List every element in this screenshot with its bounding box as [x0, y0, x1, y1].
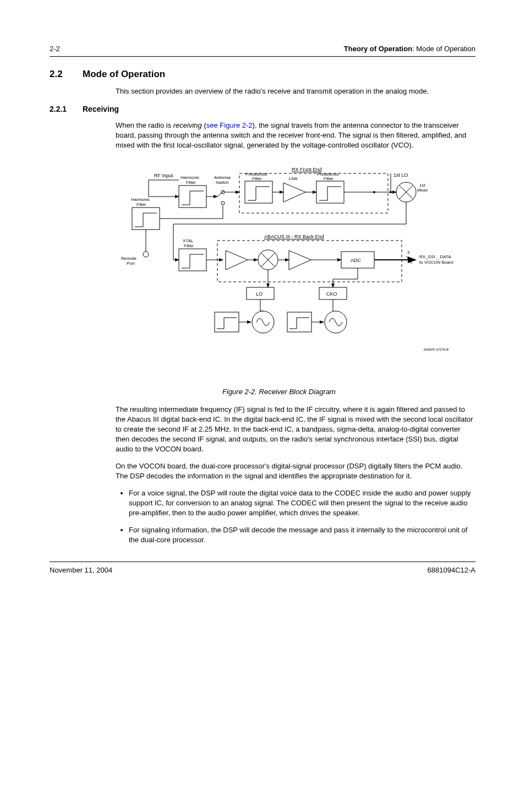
svg-point-6: [221, 201, 225, 205]
subsection-para: When the radio is receiving (see Figure …: [116, 121, 475, 151]
header-rule: [50, 56, 475, 57]
footer-date: November 11, 2004: [50, 565, 112, 575]
label-rf-input: RF Input: [154, 173, 173, 178]
svg-rect-58: [287, 312, 311, 332]
svg-rect-10: [245, 181, 272, 203]
label-first-mixer: 1stMixer: [417, 183, 428, 193]
label-lna: LNA: [289, 176, 298, 181]
svg-rect-23: [132, 208, 160, 230]
section-heading: 2.2 Mode of Operation: [50, 68, 475, 81]
label-xtal-filter: XTALFilter: [183, 238, 194, 248]
para-em: receiving: [173, 121, 202, 129]
label-lo: LO: [256, 291, 262, 297]
label-first-lo: 1st LO: [393, 172, 408, 178]
label-antenna-switch: AntennaSwitch: [214, 175, 231, 185]
label-harmonic-filter-outer: HarmonicFilter: [131, 197, 150, 207]
svg-marker-35: [226, 250, 248, 270]
svg-marker-12: [283, 183, 305, 202]
page-number: 2-2: [50, 44, 60, 54]
svg-point-27: [143, 252, 149, 257]
footer: November 11, 2004 6881094C12-A: [50, 565, 475, 575]
label-bus-count: 3: [407, 250, 410, 255]
svg-rect-1: [179, 186, 206, 208]
subsection-title: Receiving: [83, 104, 119, 115]
running-title: Theory of Operation: Mode of Operation: [344, 44, 475, 54]
label-maepf: MAEPF-27279-B: [424, 348, 449, 351]
svg-marker-41: [289, 250, 311, 270]
section-intro: This section provides an overview of the…: [116, 86, 475, 96]
subsection-heading: 2.2.1 Receiving: [50, 104, 475, 115]
subsection-number: 2.2.1: [50, 104, 83, 115]
list-item: For signaling information, the DSP will …: [129, 525, 475, 545]
running-title-rest: : Mode of Operation: [412, 45, 475, 53]
after-figure-p1: The resulting intermediate frequency (IF…: [116, 405, 475, 455]
figure-caption: Figure 2-2. Receiver Block Diagram: [83, 387, 475, 397]
svg-rect-14: [316, 181, 344, 203]
footer-docnum: 6881094C12-A: [428, 565, 475, 575]
section-title: Mode of Operation: [83, 68, 165, 81]
bullet-list: For a voice signal, the DSP will route t…: [116, 488, 475, 545]
label-preselector-1: PreselectorFilter: [245, 172, 268, 181]
running-header: 2-2 Theory of Operation: Mode of Operati…: [50, 44, 475, 54]
running-title-bold: Theory of Operation: [344, 45, 412, 53]
para-space: (: [202, 121, 206, 129]
label-harmonic-filter-inner: HarmonicFilter: [181, 175, 199, 185]
label-adc: ADC: [351, 258, 362, 263]
para-pre: When the radio is: [116, 121, 173, 129]
after-figure-p2: On the VOCON board, the dual-core proces…: [116, 461, 475, 481]
footer-rule: [50, 562, 475, 562]
label-abacus-back-end: ABACUS III - RX Back End: [264, 234, 324, 239]
label-cko: CKO: [326, 291, 337, 297]
label-to-vocon: to VOCON Board: [419, 260, 453, 265]
label-remote-port: RemotePort: [121, 256, 137, 266]
list-item: For a voice signal, the DSP will route t…: [129, 488, 475, 519]
label-rx-ssi-data: RX_SSI _ DATA: [419, 254, 451, 259]
svg-rect-32: [179, 249, 206, 271]
svg-rect-49: [215, 312, 239, 332]
section-number: 2.2: [50, 68, 83, 81]
receiver-block-diagram-svg: RF Input HarmonicFilter AntennaSwitch RX…: [116, 164, 468, 373]
figure-link[interactable]: see Figure 2-2: [206, 121, 253, 129]
figure-block-diagram: RF Input HarmonicFilter AntennaSwitch RX…: [116, 164, 475, 375]
label-preselector-2: PreselectorFilter: [317, 172, 340, 181]
